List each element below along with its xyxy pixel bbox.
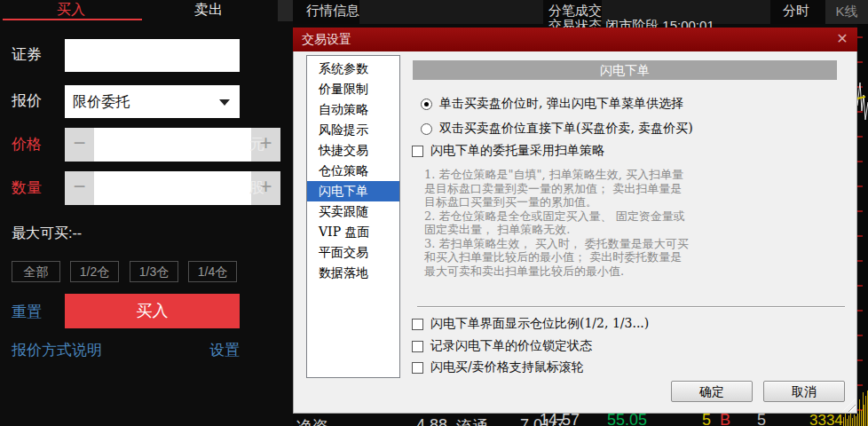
sidebar-item-follow-trade[interactable]: 买卖跟随 [307, 201, 399, 222]
market-info-panel [359, 0, 543, 24]
checkbox-icon[interactable] [412, 341, 423, 352]
volume-bars-bottom [843, 414, 868, 426]
net-asset-value: 4.88 [416, 416, 447, 426]
checkbox-icon[interactable] [412, 319, 423, 330]
cancel-button[interactable]: 取消 [763, 381, 845, 402]
sidebar-item-data-landing[interactable]: 数据落地 [307, 263, 399, 283]
tab-sell[interactable]: 卖出 [142, 0, 275, 21]
price-label: 价格 [12, 134, 42, 154]
sidebar-item-price-volume-limit[interactable]: 价量限制 [307, 79, 399, 99]
price-unit: 元 [249, 134, 264, 154]
note-line: 是目标盘口卖量到卖一量的累加值； 卖出扫单量是 [424, 182, 815, 196]
radio-unselected-icon[interactable] [421, 123, 432, 135]
sidebar-item-auto-strategy[interactable]: 自动策略 [307, 99, 399, 120]
quote-type-select[interactable]: 限价委托 [65, 85, 240, 118]
quantity-label: 数量 [12, 178, 42, 198]
settings-category-list: 系统参数 价量限制 自动策略 风险提示 快捷交易 仓位策略 闪电下单 买卖跟随 … [306, 55, 400, 378]
position-half-button[interactable]: 1/2仓 [70, 261, 119, 282]
price-stepper: − + [65, 128, 240, 162]
sidebar-item-lightning-order[interactable]: 闪电下单 [307, 181, 399, 201]
buy-button[interactable]: 买入 [65, 294, 240, 328]
checkbox-wheel-label: 闪电买/卖价格支持鼠标滚轮 [430, 359, 584, 375]
settings-link[interactable]: 设置 [209, 340, 240, 360]
quantity-input[interactable] [94, 171, 251, 205]
quote-label: 报价 [12, 91, 42, 111]
section-divider [417, 306, 845, 308]
sweep-strategy-notes: 1. 若仓位策略是"自填", 扫单策略生效, 买入扫单量 是目标盘口卖量到卖一量… [424, 168, 815, 278]
active-tab-underline [3, 19, 142, 20]
note-line: 3. 若扫单策略生效， 买入时， 委托数量是最大可买 [424, 237, 815, 251]
dialog-title: 交易设置 [302, 28, 351, 51]
price-input[interactable] [94, 128, 251, 162]
sidebar-item-risk-alert[interactable]: 风险提示 [307, 120, 399, 140]
quantity-minus-button[interactable]: − [65, 171, 94, 205]
checkbox-icon[interactable] [412, 146, 423, 157]
position-quarter-button[interactable]: 1/4仓 [188, 261, 237, 282]
panel-header: 闪电下单 [413, 60, 837, 80]
minute-line-fragment [857, 75, 868, 127]
sidebar-item-flat-trade[interactable]: 平面交易 [307, 242, 399, 263]
trade-settings-dialog: 交易设置 ✕ 系统参数 价量限制 自动策略 风险提示 快捷交易 仓位策略 闪电下… [293, 28, 857, 414]
position-all-button[interactable]: 全部 [12, 261, 60, 282]
checkbox-lock-row[interactable]: 记录闪电下单的价位锁定状态 [412, 338, 592, 354]
radio-selected-icon[interactable] [421, 99, 432, 110]
sidebar-item-system-params[interactable]: 系统参数 [307, 59, 399, 79]
chevron-down-icon [219, 99, 230, 106]
radio-single-click-row[interactable]: 单击买卖盘价位时, 弹出闪电下单菜单供选择 [421, 96, 683, 112]
note-line: 固定卖出量， 扫单策略无效. [424, 223, 815, 237]
close-icon[interactable]: ✕ [834, 31, 850, 47]
radio-double-click-row[interactable]: 双击买卖盘价位直接下单(买盘价卖, 卖盘价买) [421, 121, 693, 137]
note-line: 2. 若仓位策略是全仓或固定买入量、 固定资金量或 [424, 209, 815, 224]
checkbox-lock-label: 记录闪电下单的价位锁定状态 [430, 338, 592, 354]
reset-link[interactable]: 重置 [12, 302, 42, 322]
security-label: 证券 [12, 44, 42, 65]
checkbox-icon[interactable] [412, 362, 423, 374]
quote-type-value: 限价委托 [73, 94, 130, 109]
sidebar-item-position-strategy[interactable]: 仓位策略 [307, 161, 399, 181]
dialog-title-bar[interactable]: 交易设置 ✕ [293, 28, 857, 51]
app-screen: 行情信息 分笔成交 分时 K线 交易状态 闭市阶段 15:00:01 海 净资 … [0, 0, 868, 426]
note-line: 和买入扫单量比较后的最小值； 卖出时委托数量是 [424, 250, 815, 264]
sidebar-item-quick-trade[interactable]: 快捷交易 [307, 140, 399, 161]
tab-minute-chart[interactable]: 分时 [783, 3, 809, 20]
tab-bar-edge [278, 0, 293, 21]
note-line: 最大可卖和卖出扫单量比较后的最小值. [424, 264, 815, 279]
checkbox-ratio-row[interactable]: 闪电下单界面显示仓位比例(1/2, 1/3...) [412, 316, 649, 332]
quote-help-link[interactable]: 报价方式说明 [12, 340, 102, 360]
radio-double-click-label: 双击买卖盘价位直接下单(买盘价卖, 卖盘价买) [439, 121, 693, 137]
position-third-button[interactable]: 1/3仓 [130, 261, 178, 282]
checkbox-ratio-label: 闪电下单界面显示仓位比例(1/2, 1/3...) [430, 316, 649, 332]
checkbox-wheel-row[interactable]: 闪电买/卖价格支持鼠标滚轮 [412, 359, 584, 375]
volume-total-value: 3334 [809, 412, 843, 426]
quantity-stepper: − + [65, 171, 240, 205]
trade-panel: 买入 卖出 证券 报价 限价委托 价格 − + 元 数量 − + 股 最大可买:… [0, 0, 293, 426]
net-asset-label: 净资 [296, 416, 328, 426]
sidebar-item-vip-board[interactable]: VIP 盘面 [307, 222, 399, 242]
note-line: 1. 若仓位策略是"自填", 扫单策略生效, 买入扫单量 [424, 168, 815, 182]
max-buyable-text: 最大可买:-- [12, 225, 82, 243]
tab-market-info[interactable]: 行情信息 [306, 3, 359, 20]
ok-button[interactable]: 确定 [671, 381, 753, 402]
background-chart-strip [857, 24, 868, 426]
price-minus-button[interactable]: − [65, 128, 94, 162]
radio-single-click-label: 单击买卖盘价位时, 弹出闪电下单菜单供选择 [439, 96, 683, 112]
checkbox-sweep-row[interactable]: 闪电下单的委托量采用扫单策略 [412, 143, 604, 159]
note-line: 目标盘口买量到买一量的累加值。 [424, 195, 815, 209]
checkbox-sweep-label: 闪电下单的委托量采用扫单策略 [430, 143, 604, 159]
quantity-unit: 股 [249, 178, 264, 198]
tab-kline-chart[interactable]: K线 [825, 0, 868, 24]
float-label: 流通 [456, 416, 488, 426]
security-input[interactable] [65, 39, 240, 72]
